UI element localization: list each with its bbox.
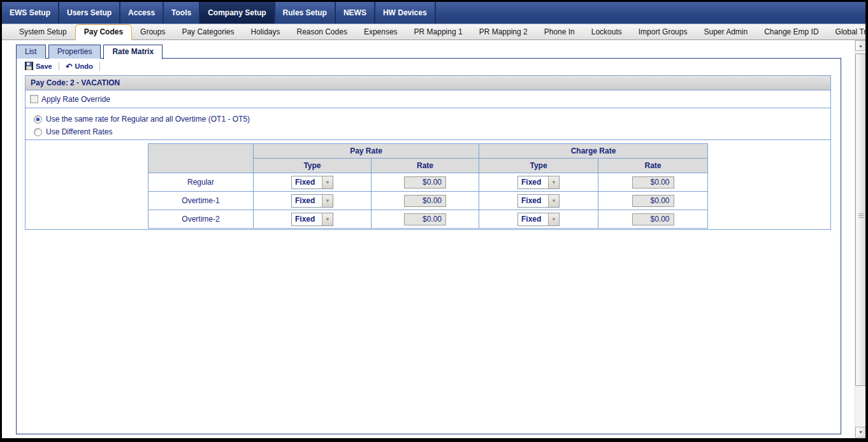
undo-button[interactable]: ↶ Undo xyxy=(63,62,96,71)
subnav-item[interactable]: Import Groups xyxy=(630,25,696,39)
charge-rate-input[interactable] xyxy=(632,195,674,207)
charge-rate-input[interactable] xyxy=(632,176,674,189)
charge-type-select[interactable]: Fixed ▼ xyxy=(517,176,560,189)
charge-type-value: Fixed xyxy=(518,195,548,207)
pay-type-value: Fixed xyxy=(292,176,322,189)
rate-mode-radio[interactable] xyxy=(34,128,42,136)
charge-rate-header: Rate xyxy=(598,159,708,173)
charge-rate-input[interactable] xyxy=(632,213,674,225)
save-icon xyxy=(25,62,33,71)
pay-type-select[interactable]: Fixed ▼ xyxy=(291,213,333,226)
page-tab[interactable]: List xyxy=(16,45,46,59)
apply-rate-override-checkbox[interactable] xyxy=(30,95,38,103)
subnav-item[interactable]: Change Emp ID xyxy=(756,25,827,39)
subnav-item[interactable]: Groups xyxy=(132,25,173,39)
pay-rate-input[interactable] xyxy=(404,176,446,189)
topnav-item[interactable]: Rules Setup xyxy=(275,2,336,24)
subnav-item[interactable]: Pay Codes xyxy=(75,24,132,40)
undo-label: Undo xyxy=(75,62,93,70)
topnav-item[interactable]: NEWS xyxy=(336,2,375,24)
row-label: Regular xyxy=(148,173,253,192)
topnav-item[interactable]: Access xyxy=(120,2,164,24)
rate-mode-option: Use the same rate for Regular and all Ov… xyxy=(34,113,830,125)
page-tab[interactable]: Rate Matrix xyxy=(103,45,163,59)
top-navigation: EWS Setup Users Setup Access Tools Compa… xyxy=(2,2,865,24)
subnav-item[interactable]: System Setup xyxy=(11,25,75,39)
pay-type-value: Fixed xyxy=(292,195,322,207)
rate-mode-options: Use the same rate for Regular and all Ov… xyxy=(25,108,830,140)
pay-code-title: Pay Code: 2 - VACATION xyxy=(25,76,830,90)
apply-rate-override-row: Apply Rate Override xyxy=(25,90,830,108)
scrollbar-thumb[interactable] xyxy=(855,53,865,386)
charge-rate-group-header: Charge Rate xyxy=(479,144,708,159)
undo-icon: ↶ xyxy=(66,63,73,70)
rate-mode-radio[interactable] xyxy=(34,115,42,124)
content-area: List Properties Rate Matrix xyxy=(2,45,865,438)
pay-type-value: Fixed xyxy=(292,213,322,225)
pay-type-cell: Fixed ▼ xyxy=(253,173,371,192)
scroll-down-button[interactable]: ▼ xyxy=(855,427,865,438)
window-frame: EWS Setup Users Setup Access Tools Compa… xyxy=(0,0,868,442)
chevron-down-icon[interactable]: ▼ xyxy=(322,195,333,207)
subnav-item[interactable]: Reason Codes xyxy=(289,25,356,39)
blank-header-cell xyxy=(148,144,253,173)
pay-rate-cell xyxy=(371,210,479,229)
subnav-item[interactable]: Expenses xyxy=(356,25,406,39)
charge-type-cell: Fixed ▼ xyxy=(479,173,598,192)
topnav-item[interactable]: EWS Setup xyxy=(2,2,59,24)
pay-rate-group-header: Pay Rate xyxy=(253,144,479,159)
subnav-item[interactable]: Super Admin xyxy=(695,25,756,39)
charge-rate-cell xyxy=(598,173,708,192)
pay-type-select[interactable]: Fixed ▼ xyxy=(291,194,333,208)
chevron-down-icon[interactable]: ▼ xyxy=(548,176,559,189)
subnav-item[interactable]: Holidays xyxy=(242,25,288,39)
subnav-item[interactable]: Pay Categories xyxy=(173,25,242,39)
toolbar: Save ↶ Undo xyxy=(17,59,841,73)
charge-type-select[interactable]: Fixed ▼ xyxy=(517,213,560,226)
rate-mode-label: Use Different Rates xyxy=(46,127,113,136)
subnav-item[interactable]: Phone In xyxy=(536,25,583,39)
pay-type-cell: Fixed ▼ xyxy=(253,192,371,210)
toolbar-separator xyxy=(99,62,100,71)
pay-type-select[interactable]: Fixed ▼ xyxy=(291,176,333,189)
sub-navigation: System Setup Pay Codes Groups Pay Catego… xyxy=(2,24,865,40)
vertical-scrollbar[interactable]: ▲ ▼ xyxy=(855,40,865,438)
row-label: Overtime-1 xyxy=(148,192,253,210)
rate-table-row: Overtime-2 Fixed ▼ xyxy=(148,210,707,229)
pay-rate-header: Rate xyxy=(371,159,479,173)
pay-rate-input[interactable] xyxy=(404,213,446,225)
rate-table-row: Overtime-1 Fixed ▼ xyxy=(148,192,707,210)
page-tab[interactable]: Properties xyxy=(48,45,101,59)
topnav-item[interactable]: HW Devices xyxy=(375,2,436,24)
topnav-item[interactable]: Tools xyxy=(164,2,200,24)
subnav-item[interactable]: Lockouts xyxy=(583,25,630,39)
chevron-down-icon[interactable]: ▼ xyxy=(322,213,333,225)
subnav-item[interactable]: Global Transfer xyxy=(827,25,865,39)
pay-code-section: Pay Code: 2 - VACATION Apply Rate Overri… xyxy=(25,75,831,230)
rate-table-wrap: Pay Rate Charge Rate Type Rate Type Rate xyxy=(25,140,830,229)
rate-mode-label: Use the same rate for Regular and all Ov… xyxy=(46,115,250,124)
chevron-down-icon[interactable]: ▼ xyxy=(322,176,333,189)
charge-type-value: Fixed xyxy=(518,176,548,189)
charge-type-cell: Fixed ▼ xyxy=(479,192,598,210)
rate-mode-option: Use Different Rates xyxy=(34,125,830,138)
toolbar-separator xyxy=(59,62,59,71)
save-button[interactable]: Save xyxy=(22,61,55,72)
subnav-item[interactable]: PR Mapping 1 xyxy=(406,25,471,39)
page-tabstrip: List Properties Rate Matrix xyxy=(16,45,865,59)
chevron-down-icon[interactable]: ▼ xyxy=(548,195,559,207)
topnav-item[interactable]: Users Setup xyxy=(59,2,120,24)
subnav-item[interactable]: PR Mapping 2 xyxy=(471,25,536,39)
pay-rate-cell xyxy=(371,173,479,192)
charge-rate-cell xyxy=(598,210,708,229)
apply-rate-override-label: Apply Rate Override xyxy=(41,95,110,104)
rate-table-row: Regular Fixed ▼ xyxy=(148,173,707,192)
charge-type-select[interactable]: Fixed ▼ xyxy=(517,194,560,208)
app-screen: EWS Setup Users Setup Access Tools Compa… xyxy=(2,2,865,438)
charge-type-cell: Fixed ▼ xyxy=(479,210,598,229)
pay-rate-cell xyxy=(371,192,479,210)
topnav-item[interactable]: Company Setup xyxy=(200,2,275,24)
pay-rate-input[interactable] xyxy=(404,195,446,207)
charge-type-header: Type xyxy=(479,159,598,173)
chevron-down-icon[interactable]: ▼ xyxy=(548,213,559,225)
